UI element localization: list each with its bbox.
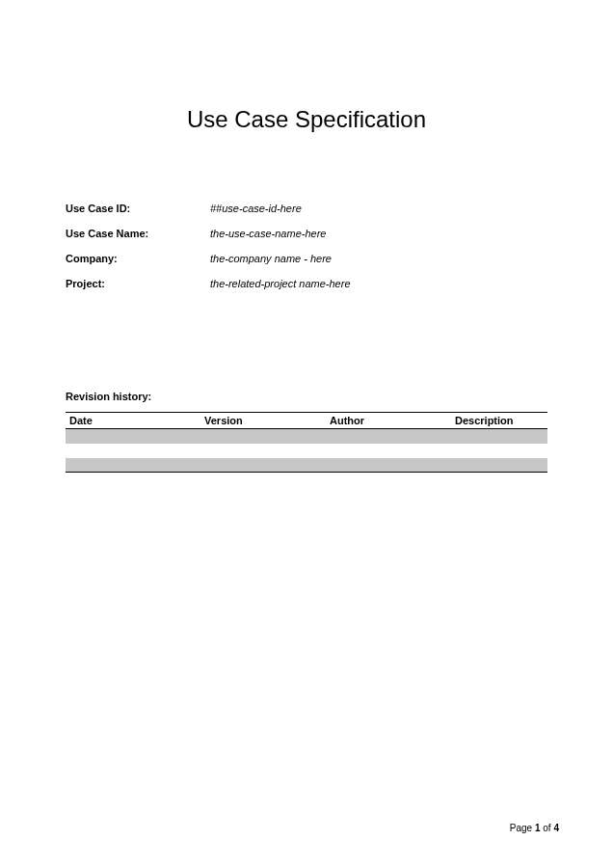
table-row [66,444,547,458]
col-header-date: Date [66,413,200,429]
meta-value-use-case-id: ##use-case-id-here [210,203,302,214]
table-cell [451,429,547,444]
meta-label-use-case-name: Use Case Name: [66,228,210,239]
meta-label-company: Company: [66,253,210,264]
meta-label-use-case-id: Use Case ID: [66,203,210,214]
meta-row-use-case-name: Use Case Name: the-use-case-name-here [66,228,547,239]
table-cell [451,458,547,473]
table-cell [200,444,326,458]
footer-prefix: Page [510,823,535,833]
table-cell [326,458,451,473]
table-cell [66,458,200,473]
meta-value-use-case-name: the-use-case-name-here [210,228,326,239]
table-cell [451,444,547,458]
table-row [66,429,547,444]
revision-history-title: Revision history: [66,391,547,402]
meta-row-use-case-id: Use Case ID: ##use-case-id-here [66,203,547,214]
document-page: Use Case Specification Use Case ID: ##us… [0,0,613,473]
col-header-description: Description [451,413,547,429]
col-header-author: Author [326,413,451,429]
meta-label-project: Project: [66,278,210,289]
meta-value-project: the-related-project name-here [210,278,351,289]
meta-row-project: Project: the-related-project name-here [66,278,547,289]
table-cell [200,458,326,473]
footer-middle: of [541,823,554,833]
table-header-row: Date Version Author Description [66,413,547,429]
revision-history-table: Date Version Author Description [66,412,547,473]
revision-history-section: Revision history: Date Version Author De… [66,391,547,473]
meta-row-company: Company: the-company name - here [66,253,547,264]
table-cell [326,444,451,458]
table-row [66,458,547,473]
metadata-block: Use Case ID: ##use-case-id-here Use Case… [66,203,547,289]
table-cell [66,444,200,458]
meta-value-company: the-company name - here [210,253,332,264]
table-cell [200,429,326,444]
page-title: Use Case Specification [66,106,547,133]
footer-total-pages: 4 [553,823,559,833]
table-cell [66,429,200,444]
page-footer: Page 1 of 4 [510,823,559,833]
col-header-version: Version [200,413,326,429]
table-cell [326,429,451,444]
